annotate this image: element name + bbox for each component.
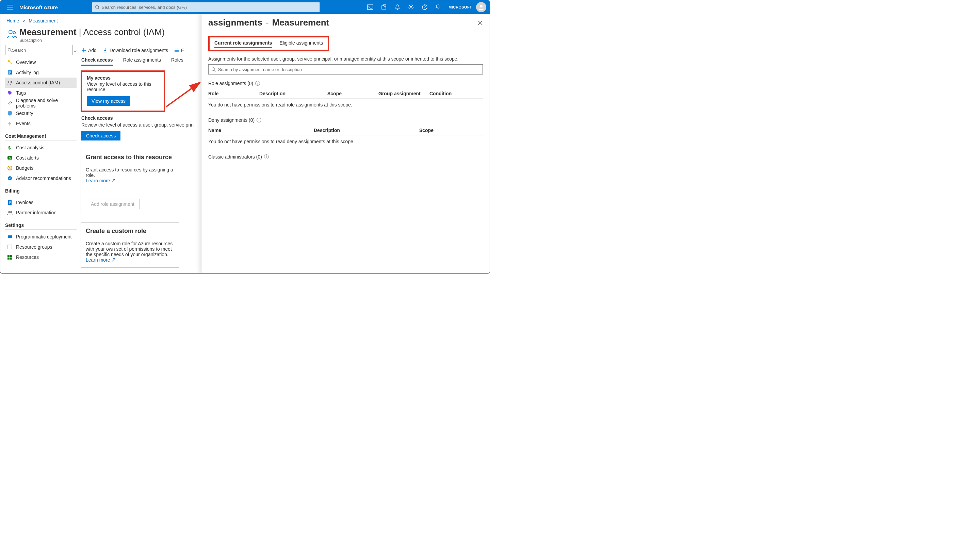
add-role-assignment-button[interactable]: Add role assignment [86,199,140,209]
nav-item-resources[interactable]: Resources [5,252,76,262]
brand-label[interactable]: Microsoft Azure [19,5,58,10]
info-icon[interactable]: i [264,154,269,159]
edit-columns-button[interactable]: E [174,48,184,53]
breadcrumb-current[interactable]: Measurement [29,18,58,24]
nav-item-resource-groups[interactable]: Resource groups [5,242,76,252]
nav-item-tags[interactable]: Tags [5,88,76,98]
svg-rect-26 [10,258,12,259]
nav-item-advisor[interactable]: Advisor recommendations [5,173,76,183]
tab-check-access[interactable]: Check access [81,57,113,66]
check-access-button[interactable]: Check access [81,131,121,140]
role-assignments-heading: Role assignments (0) i [208,81,483,86]
annotation-arrow [164,80,205,110]
tab-role-assignments[interactable]: Role assignments [123,57,161,66]
nav-item-activity-log[interactable]: Activity log [5,67,76,78]
svg-point-19 [8,211,10,213]
advisor-icon [7,175,13,181]
tab-current-role-assignments[interactable]: Current role assignments [215,40,272,48]
add-button[interactable]: Add [81,48,97,53]
help-icon[interactable] [418,1,431,13]
nav-item-budgets[interactable]: $Budgets [5,163,76,173]
svg-text:$: $ [9,167,11,170]
chevron-right-icon: > [22,18,25,24]
role-assignments-table-header: Role Description Scope Group assignment … [208,87,483,99]
nav-item-cost-alerts[interactable]: $Cost alerts [5,153,76,163]
nav-search[interactable] [5,45,73,55]
learn-more-link[interactable]: Learn more [86,178,116,183]
nav-label: Diagnose and solve problems [16,98,75,108]
nav-item-cost-analysis[interactable]: $Cost analysis [5,143,76,153]
assignments-search-input[interactable] [218,67,480,72]
tab-roles[interactable]: Roles [171,57,183,66]
collapse-nav-icon[interactable]: « [74,48,76,54]
my-access-heading: My access [87,75,159,81]
tenant-label: MICROSOFT [449,5,472,9]
download-button[interactable]: Download role assignments [103,48,168,53]
svg-rect-25 [8,258,10,259]
my-access-text: View my level of access to this resource… [87,81,159,92]
invoice-icon [7,200,13,205]
learn-more-link[interactable]: Learn more [86,257,116,262]
external-link-icon [111,258,116,262]
nav-search-input[interactable] [12,48,70,53]
svg-point-5 [9,30,12,34]
col-name: Name [208,127,314,133]
assignments-search[interactable] [208,64,483,75]
svg-rect-1 [368,5,373,10]
nav-item-diagnose[interactable]: Diagnose and solve problems [5,98,76,108]
nav-label: Security [16,111,33,116]
breadcrumb-home[interactable]: Home [6,18,19,24]
nav-item-access-control[interactable]: Access control (IAM) [5,78,76,88]
deny-assignments-empty: You do not have permissions to read deny… [208,135,483,148]
assignments-tabs: Current role assignments Eligible assign… [208,36,329,51]
user-avatar[interactable] [476,2,486,12]
nav-label: Overview [16,59,36,65]
cloud-shell-icon[interactable] [364,1,376,13]
feedback-icon[interactable] [432,1,444,13]
col-role: Role [208,91,259,96]
svg-point-20 [10,211,12,213]
classic-admins-heading: Classic administrators (0) i [208,154,483,159]
info-icon[interactable]: i [255,81,260,86]
nav-label: Cost analysis [16,145,44,150]
col-scope: Scope [327,91,379,96]
close-panel-button[interactable] [477,20,483,25]
col-group: Group assignment [379,91,430,96]
page-subtitle: Subscription [19,38,165,43]
svg-point-6 [13,32,16,34]
svg-point-11 [11,81,12,83]
settings-gear-icon[interactable] [405,1,417,13]
resource-groups-icon [7,244,13,250]
nav-item-security[interactable]: Security [5,108,76,118]
panel-title: assignments-Measurement [208,17,329,28]
role-assignments-empty: You do not have permissions to read role… [208,99,483,111]
col-condition: Condition [430,91,483,96]
global-search[interactable] [92,2,320,12]
nav-item-overview[interactable]: Overview [5,57,76,67]
svg-text:$: $ [8,145,11,150]
nav-item-events[interactable]: Events [5,118,76,129]
nav-item-partner[interactable]: Partner information [5,208,76,218]
svg-point-27 [212,68,215,71]
custom-role-heading: Create a custom role [86,227,174,235]
view-my-access-button[interactable]: View my access [87,96,130,106]
global-search-input[interactable] [102,5,317,10]
notifications-icon[interactable] [391,1,404,13]
tag-icon [7,90,13,95]
hamburger-menu-icon[interactable] [4,1,16,13]
partner-icon [7,210,13,215]
nav-label: Programmatic deployment [16,234,72,240]
deny-assignments-heading: Deny assignments (0) i [208,118,483,123]
tab-eligible-assignments[interactable]: Eligible assignments [280,40,323,48]
svg-point-7 [8,48,11,51]
directories-icon[interactable] [378,1,390,13]
nav-item-programmatic-deployment[interactable]: Programmatic deployment [5,232,76,242]
bolt-icon [7,121,13,126]
nav-label: Tags [16,90,26,95]
panel-help-text: Assignments for the selected user, group… [208,56,483,62]
wrench-icon [7,100,13,106]
nav-label: Budgets [16,165,33,171]
nav-item-invoices[interactable]: Invoices [5,197,76,208]
info-icon[interactable]: i [256,118,261,122]
dollar-icon: $ [7,145,13,150]
